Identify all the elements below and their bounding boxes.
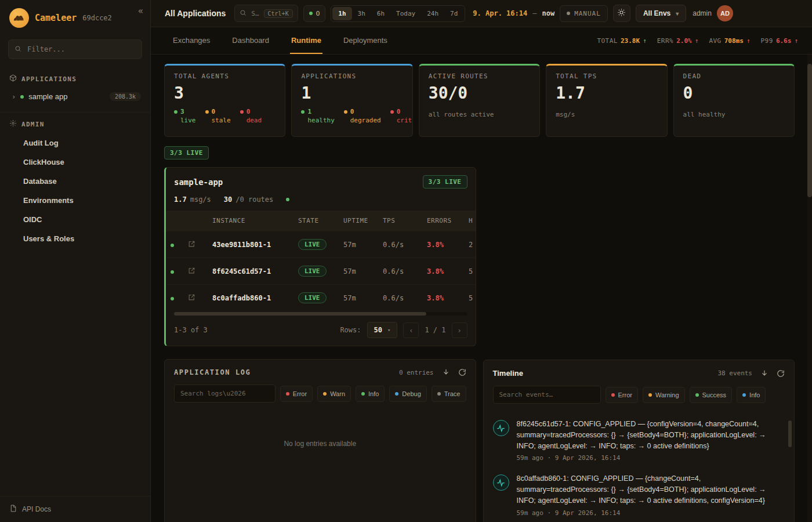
horizontal-scrollbar[interactable] <box>174 312 467 316</box>
sidebar-collapse-button[interactable]: « <box>138 6 143 16</box>
app-name[interactable]: sample-app <box>174 177 223 187</box>
sample-app-card: sample-app 3/3 LIVE 1.7 msg/s 30 /0 rout… <box>164 167 476 346</box>
external-link-icon[interactable] <box>188 295 195 303</box>
external-link-icon[interactable] <box>188 268 195 276</box>
theme-toggle-button[interactable] <box>613 5 630 22</box>
environment-select-value: All Envs <box>643 9 670 17</box>
metric-err-rate: ERR% 2.0% ↑ <box>657 37 699 45</box>
range-end-time[interactable]: now <box>542 9 554 17</box>
sidebar-item-environments[interactable]: Environments <box>0 191 150 210</box>
api-docs-link[interactable]: API Docs <box>0 496 150 522</box>
main-scrollbar-thumb[interactable] <box>807 64 812 197</box>
timeline-filter-info[interactable]: Info <box>737 387 766 403</box>
timeline-filter-warning[interactable]: Warning <box>643 387 685 403</box>
event-text: 8f6245c61d57-1: CONFIG_APPLIED — {config… <box>517 419 782 451</box>
sidebar-item-database[interactable]: Database <box>0 172 150 191</box>
heap-cell: 5 <box>464 258 476 285</box>
avatar[interactable]: AD <box>717 5 733 21</box>
app-routes-value: 30 <box>224 195 232 204</box>
log-search-input[interactable] <box>174 385 276 403</box>
refresh-icon[interactable] <box>777 369 785 378</box>
download-icon[interactable] <box>442 368 450 376</box>
log-filter-debug[interactable]: Debug <box>389 386 426 402</box>
status-dot-amber <box>205 110 209 114</box>
col-errors[interactable]: ERRORS <box>422 211 464 231</box>
log-filter-trace[interactable]: Trace <box>432 386 466 402</box>
sidebar-divider <box>0 112 150 113</box>
sidebar: Cameleer 69dcce2 « APPLICATIONS › sample… <box>0 0 151 522</box>
arrow-up-icon: ↑ <box>794 37 798 45</box>
rows-per-page-label: Rows: <box>340 326 361 334</box>
top-bar: All Applications S… Ctrl+K O 1h 3h 6h To… <box>151 0 812 27</box>
uptime-cell: 57m <box>339 231 378 258</box>
manual-refresh-button[interactable]: MANUAL <box>560 5 608 22</box>
global-search[interactable]: S… Ctrl+K <box>234 5 298 22</box>
col-state[interactable]: STATE <box>293 211 339 231</box>
tab-deployments[interactable]: Deployments <box>342 27 389 54</box>
horizontal-scrollbar-thumb[interactable] <box>174 312 426 316</box>
tab-dashboard[interactable]: Dashboard <box>231 27 270 54</box>
log-empty-state: No log entries available <box>165 409 476 478</box>
tab-runtime[interactable]: Runtime <box>290 27 322 54</box>
tab-exchanges[interactable]: Exchanges <box>172 27 211 54</box>
time-range-1h[interactable]: 1h <box>332 7 351 20</box>
prev-page-button[interactable]: ‹ <box>403 322 419 338</box>
refresh-icon[interactable] <box>458 368 466 376</box>
sidebar-item-sample-app[interactable]: › sample app 208.3k <box>0 88 150 105</box>
col-heap[interactable]: H <box>464 211 476 231</box>
timeline-event[interactable]: 8f6245c61d57-1: CONFIG_APPLIED — {config… <box>493 413 782 467</box>
timeline-scrollbar-thumb[interactable] <box>788 420 792 447</box>
online-toggle[interactable]: O <box>303 5 326 22</box>
info-dot <box>361 392 365 396</box>
admin-section-header: ADMIN <box>0 114 150 133</box>
sidebar-item-audit-log[interactable]: Audit Log <box>0 133 150 153</box>
errors-cell: 3.8% <box>422 231 464 258</box>
table-row[interactable]: 8c0affadb860-1 LIVE 57m 0.6/s 3.8% 5 <box>166 285 476 311</box>
col-tps[interactable]: TPS <box>378 211 422 231</box>
col-uptime[interactable]: UPTIME <box>339 211 378 231</box>
error-dot <box>611 393 615 397</box>
next-page-button[interactable]: › <box>452 322 467 338</box>
timeline-scrollbar[interactable] <box>788 420 792 522</box>
timeline-filter-success[interactable]: Success <box>690 387 733 403</box>
online-dot <box>309 12 313 15</box>
log-filter-warn[interactable]: Warn <box>317 386 351 402</box>
status-dot-amber <box>344 110 347 114</box>
log-filter-error[interactable]: Error <box>280 386 313 402</box>
timeline-search-input[interactable] <box>493 386 601 404</box>
time-range-today[interactable]: Today <box>390 7 421 20</box>
main-scrollbar[interactable] <box>807 55 812 522</box>
download-icon[interactable] <box>760 369 768 378</box>
rows-per-page-select[interactable]: 50 ▾ <box>367 322 398 338</box>
online-label: O <box>316 10 320 17</box>
tab-bar: Exchanges Dashboard Runtime Deployments … <box>151 27 812 55</box>
app-tps-value: 1.7 <box>174 195 187 204</box>
stat-card-total-tps: TOTAL TPS 1.7 msg/s <box>546 64 667 137</box>
time-range-24h[interactable]: 24h <box>421 7 444 20</box>
log-filter-row: Error Warn Info Debug Trace <box>165 383 476 409</box>
log-filter-info[interactable]: Info <box>356 386 385 402</box>
timeline-filter-error[interactable]: Error <box>606 387 638 403</box>
range-start-time[interactable]: 9. Apr. 16:14 <box>473 9 527 17</box>
environment-select[interactable]: All Envs ▾ <box>636 5 686 22</box>
sidebar-item-users-roles[interactable]: Users & Roles <box>0 229 150 248</box>
table-footer: 1-3 of 3 Rows: 50 ▾ ‹ 1 / 1 › <box>166 316 476 346</box>
table-row[interactable]: 43ee9811b801-1 LIVE 57m 0.6/s 3.8% 2 <box>166 231 476 258</box>
sidebar-item-clickhouse[interactable]: ClickHouse <box>0 153 150 172</box>
heap-cell: 2 <box>464 231 476 258</box>
applications-icon <box>9 74 17 84</box>
timeline-event[interactable]: 8c0affadb860-1: CONFIG_APPLIED — {change… <box>493 467 782 522</box>
time-range-7d[interactable]: 7d <box>444 7 463 20</box>
table-row[interactable]: 8f6245c61d57-1 LIVE 57m 0.6/s 3.8% 5 <box>166 258 476 285</box>
col-instance[interactable]: INSTANCE <box>208 211 293 231</box>
sidebar-filter-input[interactable] <box>26 45 136 54</box>
stat-card-value: 3 <box>174 84 276 103</box>
stat-card-caption: all healthy <box>683 111 785 118</box>
time-range-6h[interactable]: 6h <box>371 7 390 20</box>
timeline-filter-row: Error Warning Success Info <box>484 385 795 411</box>
external-link-icon[interactable] <box>188 241 195 249</box>
sidebar-filter[interactable] <box>8 39 142 59</box>
sidebar-item-oidc[interactable]: OIDC <box>0 210 150 229</box>
time-range-3h[interactable]: 3h <box>352 7 371 20</box>
gear-icon <box>9 119 17 129</box>
